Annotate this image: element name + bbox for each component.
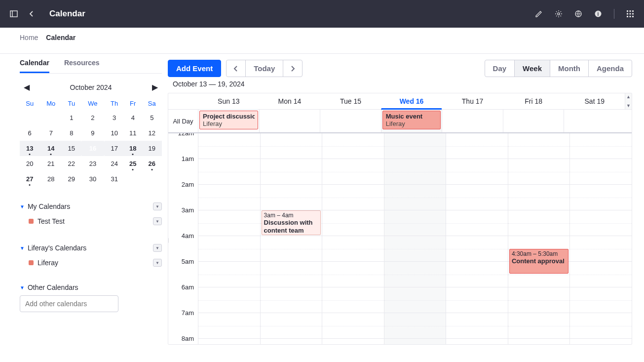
gear-icon[interactable]: [555, 10, 563, 18]
mini-cal-day[interactable]: 16: [81, 141, 105, 156]
allday-cell[interactable]: Music eventLiferay: [381, 110, 442, 132]
apps-grid-icon[interactable]: [626, 10, 634, 18]
hour-label: 7am: [168, 309, 198, 335]
mini-cal-dow: Su: [20, 97, 39, 110]
svg-rect-12: [627, 16, 628, 17]
breadcrumb-home[interactable]: Home: [20, 34, 38, 41]
mini-cal-day[interactable]: 30: [81, 171, 105, 187]
allday-event-project[interactable]: Project discussionLiferay: [199, 111, 258, 129]
mini-cal-day[interactable]: 29: [62, 171, 80, 187]
view-day-button[interactable]: Day: [485, 60, 515, 77]
mini-cal-dow: Tu: [62, 97, 80, 110]
event-discussion[interactable]: 3am – 4amDiscussion with content team: [262, 210, 321, 235]
hour-label: 8am: [168, 335, 198, 344]
calendar-item-menu-icon[interactable]: ▼: [153, 217, 162, 225]
day-column[interactable]: [322, 133, 384, 344]
mini-cal-day[interactable]: 28: [39, 171, 62, 187]
mini-cal-next-icon[interactable]: ▶: [152, 82, 158, 92]
day-header[interactable]: Mon 14: [259, 93, 320, 109]
liferay-calendars-toggle[interactable]: ▼Liferay's Calendars: [20, 244, 86, 252]
mini-cal-day[interactable]: 14: [39, 141, 62, 156]
mini-cal-day[interactable]: 31: [105, 171, 124, 187]
mini-cal-day[interactable]: 8: [62, 125, 80, 141]
mini-cal-day[interactable]: 3: [105, 110, 124, 125]
prev-week-button[interactable]: [226, 60, 246, 77]
add-event-button[interactable]: Add Event: [168, 60, 221, 77]
next-week-button[interactable]: [283, 60, 303, 77]
mini-cal-day[interactable]: 6: [20, 125, 39, 141]
allday-cell[interactable]: [259, 110, 320, 132]
tab-resources[interactable]: Resources: [64, 54, 100, 73]
mini-cal-day[interactable]: 24: [105, 156, 124, 171]
mini-cal-day[interactable]: 5: [142, 110, 162, 125]
allday-cell[interactable]: [503, 110, 564, 132]
panel-toggle-icon[interactable]: [10, 10, 18, 18]
day-header[interactable]: Wed 16: [381, 93, 442, 110]
mini-cal-day[interactable]: 22: [62, 156, 80, 171]
mini-cal-day[interactable]: 9: [81, 125, 105, 141]
allday-cell[interactable]: [564, 110, 625, 132]
calendar-color-swatch: [29, 219, 34, 224]
today-button[interactable]: Today: [245, 60, 283, 77]
svg-rect-10: [630, 13, 631, 15]
mini-cal-day[interactable]: 11: [124, 125, 142, 141]
pencil-icon[interactable]: [535, 10, 543, 18]
view-month-button[interactable]: Month: [550, 60, 589, 77]
my-calendars-menu-icon[interactable]: ▼: [153, 202, 162, 210]
mini-cal-day[interactable]: 7: [39, 125, 62, 141]
mini-cal-day[interactable]: 26: [142, 156, 162, 171]
day-header[interactable]: Tue 15: [320, 93, 381, 109]
globe-icon[interactable]: [574, 10, 582, 18]
view-agenda-button[interactable]: Agenda: [588, 60, 632, 77]
mini-cal-day[interactable]: 15: [62, 141, 80, 156]
mini-cal-day[interactable]: 2: [81, 110, 105, 125]
svg-rect-9: [627, 13, 628, 15]
allday-cell[interactable]: [442, 110, 503, 132]
mini-cal-day[interactable]: 20: [20, 156, 39, 171]
day-column[interactable]: [446, 133, 508, 344]
day-header[interactable]: Thu 17: [442, 93, 503, 109]
mini-cal-day[interactable]: 18: [124, 141, 142, 156]
mini-cal-day[interactable]: 1: [62, 110, 80, 125]
week-body-scroll[interactable]: 12am1am2am3am4am5am6am7am8am 3am – 4amDi…: [168, 133, 632, 344]
mini-cal-day[interactable]: 13: [20, 141, 39, 156]
view-week-button[interactable]: Week: [514, 60, 550, 77]
mini-cal-day[interactable]: 10: [105, 125, 124, 141]
mini-cal-day[interactable]: 19: [142, 141, 162, 156]
day-column[interactable]: 4:30am – 5:30amContent approval: [508, 133, 570, 344]
mini-cal-prev-icon[interactable]: ◀: [24, 82, 30, 92]
allday-event-music[interactable]: Music eventLiferay: [382, 111, 441, 129]
allday-cell[interactable]: Project discussionLiferay: [198, 110, 259, 132]
back-icon[interactable]: [28, 10, 36, 18]
info-icon[interactable]: i: [594, 10, 602, 18]
mini-cal-day[interactable]: 4: [124, 110, 142, 125]
mini-cal-day[interactable]: 17: [105, 141, 124, 156]
mini-cal-day[interactable]: 21: [39, 156, 62, 171]
svg-rect-13: [630, 16, 631, 17]
allday-scroll-icon[interactable]: ▲▼: [625, 93, 632, 109]
svg-rect-11: [632, 13, 634, 15]
my-calendars-toggle[interactable]: ▼My Calendars: [20, 202, 70, 210]
day-column[interactable]: 3am – 4amDiscussion with content team: [260, 133, 322, 344]
day-header[interactable]: Sun 13: [198, 93, 259, 109]
day-header[interactable]: Fri 18: [503, 93, 564, 109]
day-header[interactable]: Sat 19: [564, 93, 625, 109]
mini-cal-day[interactable]: 23: [81, 156, 105, 171]
allday-cell[interactable]: [320, 110, 381, 132]
calendar-item-liferay[interactable]: Liferay ▼: [20, 254, 162, 270]
day-column[interactable]: [384, 133, 446, 344]
calendar-item-test[interactable]: Test Test ▼: [20, 212, 162, 228]
day-column[interactable]: [198, 133, 260, 344]
event-content-approval[interactable]: 4:30am – 5:30amContent approval: [509, 249, 569, 274]
mini-cal-day[interactable]: 27: [20, 171, 39, 187]
mini-cal-day[interactable]: 12: [142, 125, 162, 141]
calendar-item-menu-icon[interactable]: ▼: [153, 259, 162, 267]
hour-label: 5am: [168, 258, 198, 283]
tab-calendar[interactable]: Calendar: [20, 54, 49, 73]
other-calendars-section: ▼Other Calendars: [20, 283, 162, 312]
add-calendar-input[interactable]: [20, 295, 118, 312]
mini-cal-day[interactable]: 25: [124, 156, 142, 171]
day-column[interactable]: [569, 133, 632, 344]
liferay-calendars-menu-icon[interactable]: ▼: [153, 244, 162, 252]
other-calendars-toggle[interactable]: ▼Other Calendars: [20, 283, 162, 291]
